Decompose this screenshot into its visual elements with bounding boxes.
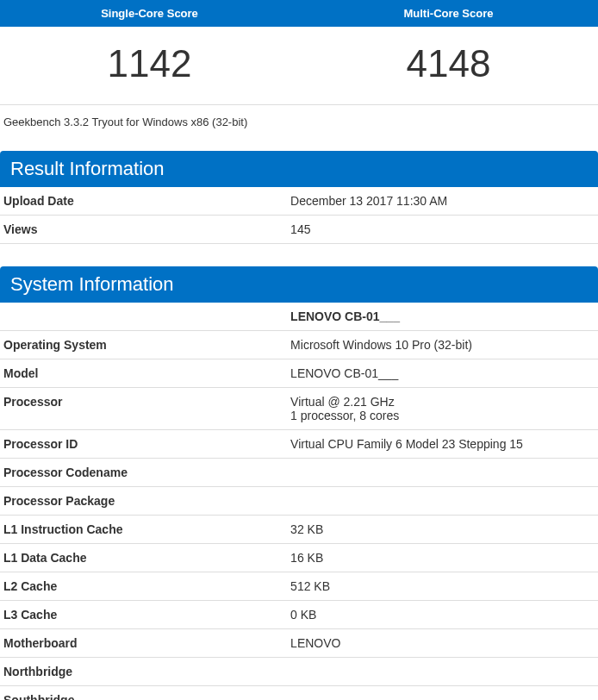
row-label: Southbridge xyxy=(0,686,287,701)
row-value: Microsoft Windows 10 Pro (32-bit) xyxy=(287,331,598,359)
single-core-label: Single-Core Score xyxy=(0,0,299,27)
row-label: Views xyxy=(0,216,287,244)
table-row: Upload DateDecember 13 2017 11:30 AM xyxy=(0,187,598,216)
table-row: Processor Codename xyxy=(0,459,598,487)
single-core-col: Single-Core Score 1142 xyxy=(0,0,299,105)
result-info-table: Upload DateDecember 13 2017 11:30 AMView… xyxy=(0,187,598,244)
row-label: Processor ID xyxy=(0,430,287,459)
table-row: Processor IDVirtual CPU Family 6 Model 2… xyxy=(0,430,598,459)
row-label: Northbridge xyxy=(0,658,287,686)
row-label: Model xyxy=(0,359,287,388)
table-row: L1 Instruction Cache32 KB xyxy=(0,516,598,544)
row-value xyxy=(287,686,598,701)
table-row: ProcessorVirtual @ 2.21 GHz1 processor, … xyxy=(0,388,598,430)
system-info-table: LENOVO CB-01___Operating SystemMicrosoft… xyxy=(0,303,598,700)
row-label: Operating System xyxy=(0,331,287,359)
row-label: Processor Package xyxy=(0,487,287,516)
table-row: L2 Cache512 KB xyxy=(0,572,598,601)
table-row: Southbridge xyxy=(0,686,598,701)
row-value: LENOVO xyxy=(287,629,598,658)
system-info-heading: System Information xyxy=(0,266,598,303)
row-value: December 13 2017 11:30 AM xyxy=(287,187,598,216)
row-label: L1 Instruction Cache xyxy=(0,516,287,544)
table-row: ModelLENOVO CB-01___ xyxy=(0,359,598,388)
table-row: L1 Data Cache16 KB xyxy=(0,544,598,572)
multi-core-col: Multi-Core Score 4148 xyxy=(299,0,598,105)
multi-core-label: Multi-Core Score xyxy=(299,0,598,27)
table-row: Processor Package xyxy=(0,487,598,516)
result-info-heading: Result Information xyxy=(0,151,598,187)
row-value: Virtual CPU Family 6 Model 23 Stepping 1… xyxy=(287,430,598,459)
row-value: 0 KB xyxy=(287,601,598,629)
row-value: 16 KB xyxy=(287,544,598,572)
row-label: Motherboard xyxy=(0,629,287,658)
table-row: L3 Cache0 KB xyxy=(0,601,598,629)
table-row: MotherboardLENOVO xyxy=(0,629,598,658)
row-value: LENOVO CB-01___ xyxy=(287,359,598,388)
row-label: L1 Data Cache xyxy=(0,544,287,572)
row-value: 512 KB xyxy=(287,572,598,601)
row-label: Upload Date xyxy=(0,187,287,216)
row-label: Processor xyxy=(0,388,287,430)
row-value xyxy=(287,459,598,487)
row-label: Processor Codename xyxy=(0,459,287,487)
row-label: L2 Cache xyxy=(0,572,287,601)
single-core-value: 1142 xyxy=(0,27,299,105)
row-value: Virtual @ 2.21 GHz1 processor, 8 cores xyxy=(287,388,598,430)
table-row: Northbridge xyxy=(0,658,598,686)
row-label xyxy=(0,303,287,331)
row-value: 32 KB xyxy=(287,516,598,544)
multi-core-value: 4148 xyxy=(299,27,598,105)
table-row: Operating SystemMicrosoft Windows 10 Pro… xyxy=(0,331,598,359)
row-value xyxy=(287,658,598,686)
table-row: Views145 xyxy=(0,216,598,244)
row-label: L3 Cache xyxy=(0,601,287,629)
scores-panel: Single-Core Score 1142 Multi-Core Score … xyxy=(0,0,598,105)
row-value: 145 xyxy=(287,216,598,244)
tagline-text: Geekbench 3.3.2 Tryout for Windows x86 (… xyxy=(0,105,598,151)
row-value xyxy=(287,487,598,516)
system-title: LENOVO CB-01___ xyxy=(287,303,598,331)
system-title-row: LENOVO CB-01___ xyxy=(0,303,598,331)
